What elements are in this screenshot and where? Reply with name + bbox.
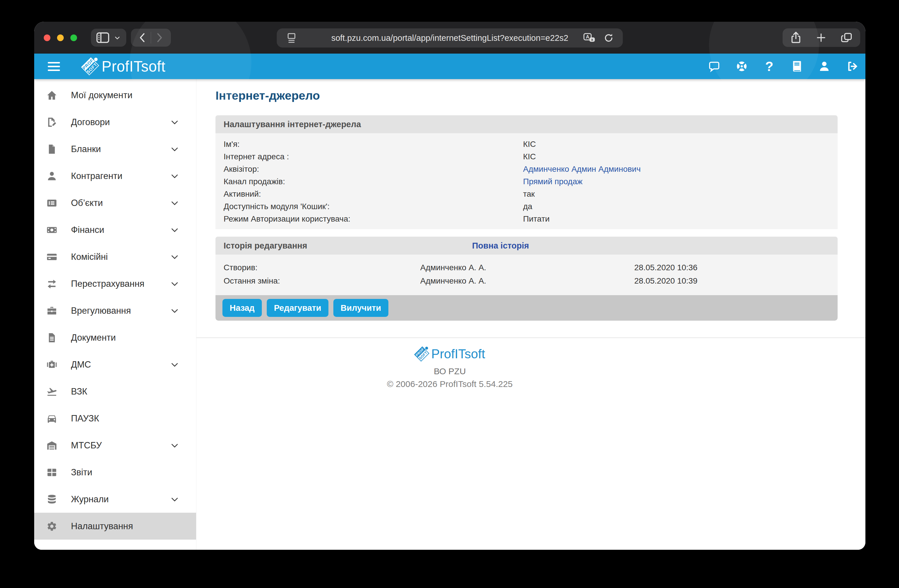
field-label: Активний: <box>215 190 261 199</box>
contract-icon <box>46 117 57 128</box>
acquisitor-link[interactable]: Админченко Админ Админович <box>523 165 641 174</box>
field-row: Канал продажів: Прямий продаж <box>215 175 837 188</box>
person-icon <box>46 171 57 182</box>
sidebar-item-reinsurance[interactable]: Перестрахування <box>34 270 196 297</box>
sidebar-item-finance[interactable]: Фінанси <box>34 216 196 243</box>
back-action-button[interactable]: Назад <box>222 299 262 317</box>
document-lines-icon <box>46 332 57 343</box>
history-user: Админченко А. А. <box>420 263 486 272</box>
zoom-button[interactable] <box>70 34 77 41</box>
file-icon <box>46 144 57 155</box>
field-label: Аквізітор: <box>215 165 259 174</box>
id-card-icon <box>46 198 57 208</box>
database-icon <box>46 494 57 505</box>
full-history-link[interactable]: Повна історія <box>472 241 529 250</box>
home-icon <box>46 90 57 101</box>
translate-icon[interactable]: Ax <box>583 32 596 44</box>
nav-buttons <box>131 29 171 46</box>
chevron-down-icon <box>114 34 121 42</box>
chevron-down-icon <box>170 171 179 181</box>
car-icon <box>46 413 57 424</box>
back-button[interactable] <box>134 30 151 45</box>
field-label: Режим Авторизации користувача: <box>215 215 351 224</box>
docs-book-icon[interactable] <box>791 60 803 73</box>
sidebar-toggle-button[interactable] <box>91 29 126 46</box>
edit-button[interactable]: Редагувати <box>267 299 328 317</box>
chevron-down-icon <box>170 441 179 450</box>
history-panel-title: Історія редагування <box>224 241 307 250</box>
field-row: Доступність модуля 'Кошик': да <box>215 200 837 213</box>
chevron-down-icon <box>170 225 179 235</box>
sidebar-item-counterparties[interactable]: Контрагенти <box>34 162 196 190</box>
sidebar-item-reports[interactable]: Звіти <box>34 459 196 486</box>
sidebar-item-settings[interactable]: Налаштування <box>34 513 196 540</box>
briefcase-icon <box>46 305 57 316</box>
reload-icon[interactable] <box>603 32 614 43</box>
window-controls <box>44 34 77 41</box>
help-icon[interactable]: ? <box>763 60 775 73</box>
footer-divider <box>196 338 865 338</box>
field-row: Аквізітор: Админченко Админ Админович <box>215 163 837 175</box>
page-footer: PROF SOFT ProfITsoft ВО PZU © 2006-2026 … <box>34 347 865 389</box>
sidebar: Мої документи Договори Бланки Контрагент… <box>34 79 196 550</box>
history-date: 28.05.2020 10:36 <box>634 263 697 272</box>
garage-icon <box>46 440 57 451</box>
chevron-down-icon <box>170 145 179 154</box>
chat-icon[interactable] <box>708 60 720 73</box>
gear-icon <box>46 521 57 532</box>
field-row: Активний: так <box>215 188 837 200</box>
chevron-down-icon <box>170 252 179 262</box>
main-content: Інтернет-джерело Налаштування інтернет-д… <box>196 79 865 550</box>
share-icon[interactable] <box>790 31 802 44</box>
sidebar-item-settlement[interactable]: Врегулювання <box>34 297 196 324</box>
forward-button[interactable] <box>151 30 168 45</box>
sidebar-item-my-documents[interactable]: Мої документи <box>34 82 196 109</box>
address-bar[interactable]: soft.pzu.com.ua/portal/app/internetSetti… <box>277 28 623 48</box>
svg-text:x: x <box>591 38 593 42</box>
user-icon[interactable] <box>818 60 830 73</box>
history-panel-header: Історія редагування Повна історія <box>215 237 837 255</box>
chevron-down-icon <box>170 495 179 504</box>
settings-panel: Налаштування інтернет-джерела Ім'я: КІС … <box>215 115 837 229</box>
field-label: Ім'я: <box>215 140 239 149</box>
history-row: Остання зміна: Админченко А. А. 28.05.20… <box>215 274 837 288</box>
chevron-down-icon <box>170 117 179 127</box>
sidebar-item-journals[interactable]: Журнали <box>34 486 196 513</box>
chevron-down-icon <box>170 198 179 208</box>
delete-button[interactable]: Вилучити <box>334 299 388 317</box>
sidebar-item-contracts[interactable]: Договори <box>34 109 196 136</box>
field-value: да <box>523 202 532 211</box>
app-header: PROF SOFT ProfITsoft ? <box>34 54 865 79</box>
settings-panel-header: Налаштування інтернет-джерела <box>215 115 837 133</box>
footer-org: ВО PZU <box>34 366 865 376</box>
chevron-down-icon <box>170 279 179 289</box>
close-button[interactable] <box>44 34 50 41</box>
page-settings-icon[interactable] <box>287 32 297 44</box>
action-button-band: Назад Редагувати Вилучити <box>215 295 837 321</box>
history-label: Створив: <box>215 263 258 272</box>
sidebar-item-mtsbu[interactable]: МТСБУ <box>34 432 196 459</box>
minimize-button[interactable] <box>57 34 64 41</box>
sidebar-item-pauzk[interactable]: ПАУЗК <box>34 405 196 432</box>
sidebar-item-blanks[interactable]: Бланки <box>34 136 196 162</box>
field-value: КІС <box>523 152 536 161</box>
field-label: Доступність модуля 'Кошик': <box>215 202 330 211</box>
url-text: soft.pzu.com.ua/portal/app/internetSetti… <box>277 33 623 43</box>
menu-hamburger-icon[interactable] <box>48 62 60 71</box>
footer-copyright: © 2006-2026 ProfITsoft 5.54.225 <box>34 379 865 389</box>
table-icon <box>46 467 57 478</box>
footer-logo-mark: PROF SOFT <box>414 347 429 361</box>
sales-channel-link[interactable]: Прямий продаж <box>523 177 582 186</box>
logout-icon[interactable] <box>846 60 858 73</box>
sidebar-item-commissions[interactable]: Комісійні <box>34 243 196 270</box>
svg-text:A: A <box>586 34 589 40</box>
support-lifebuoy-icon[interactable] <box>736 60 748 73</box>
field-row: Ім'я: КІС <box>215 138 837 150</box>
banknote-icon <box>46 224 57 236</box>
history-row: Створив: Админченко А. А. 28.05.2020 10:… <box>215 261 837 274</box>
sidebar-item-objects[interactable]: Об’єкти <box>34 190 196 216</box>
tab-overview-icon[interactable] <box>840 32 853 43</box>
history-label: Остання зміна: <box>215 276 280 286</box>
new-tab-icon[interactable] <box>816 32 826 43</box>
field-value: так <box>523 190 534 199</box>
